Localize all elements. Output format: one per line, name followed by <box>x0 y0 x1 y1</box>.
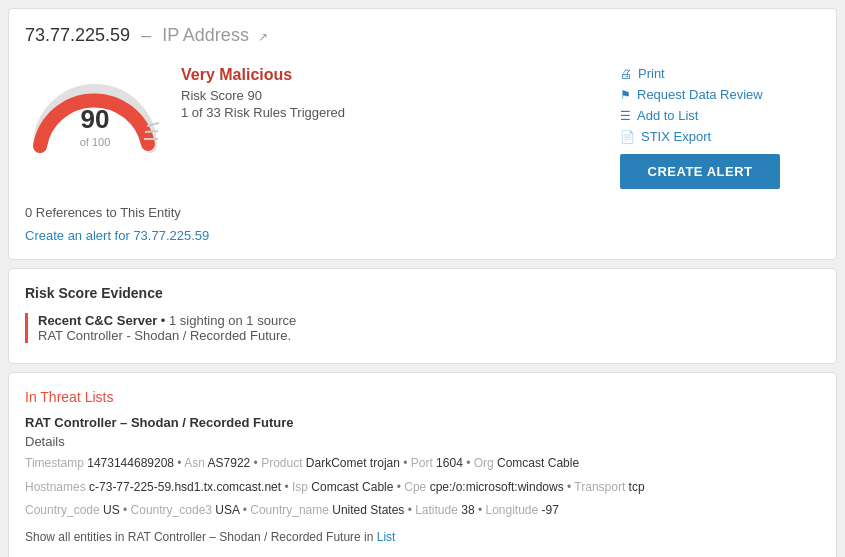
threat-value: USA <box>215 503 239 517</box>
threat-key: Longitude <box>485 503 541 517</box>
threat-value: cpe:/o:microsoft:windows <box>430 480 564 494</box>
evidence-dot: • <box>161 313 169 328</box>
ip-title-row: 73.77.225.59 – IP Address ↗ <box>25 25 820 54</box>
threat-value: 38 <box>461 503 474 517</box>
threat-value: 1473144689208 <box>87 456 174 470</box>
threat-key: Cpe <box>404 480 429 494</box>
threat-data-line: Timestamp 1473144689208 • Asn AS7922 • P… <box>25 453 820 475</box>
threat-value: tcp <box>629 480 645 494</box>
gauge-score: 90 <box>81 104 110 135</box>
stix-export-label: STIX Export <box>641 129 711 144</box>
threat-value: AS7922 <box>208 456 251 470</box>
risk-evidence-title-post: Evidence <box>101 285 162 301</box>
threat-value: Comcast Cable <box>311 480 393 494</box>
add-to-list-label: Add to List <box>637 108 698 123</box>
top-section: 90 of 100 Very Malicious Risk Score 90 1… <box>25 66 820 189</box>
risk-evidence-card: Risk Score Evidence Recent C&C Server • … <box>8 268 837 364</box>
threat-key: Product <box>261 456 306 470</box>
threat-lists-title-pre: In <box>25 389 40 405</box>
document-icon: 📄 <box>620 130 635 144</box>
threat-key: Asn <box>184 456 207 470</box>
ip-type-label: IP Address <box>162 25 249 45</box>
evidence-item: Recent C&C Server • 1 sighting on 1 sour… <box>25 313 820 343</box>
print-icon: 🖨 <box>620 67 632 81</box>
alert-link-row: Create an alert for 73.77.225.59 <box>25 228 820 243</box>
threat-item-rows: Timestamp 1473144689208 • Asn AS7922 • P… <box>25 453 820 522</box>
risk-rules-line: 1 of 33 Risk Rules Triggered <box>181 105 620 120</box>
threat-lists-title-highlight: Threat Lists <box>40 389 113 405</box>
external-link-icon[interactable]: ↗ <box>258 30 268 44</box>
risk-score-line: Risk Score 90 <box>181 88 620 103</box>
threat-item-title: RAT Controller – Shodan / Recorded Futur… <box>25 415 820 430</box>
ip-address: 73.77.225.59 <box>25 25 130 45</box>
threat-value: -97 <box>542 503 559 517</box>
threat-key: Port <box>411 456 436 470</box>
threat-value: US <box>103 503 120 517</box>
references-line: 0 References to This Entity <box>25 205 820 220</box>
request-review-label: Request Data Review <box>637 87 763 102</box>
threat-value: United States <box>332 503 404 517</box>
threat-key: Hostnames <box>25 480 89 494</box>
threat-data-line: Hostnames c-73-77-225-59.hsd1.tx.comcast… <box>25 477 820 499</box>
create-alert-button[interactable]: CREATE ALERT <box>620 154 780 189</box>
risk-gauge: 90 of 100 <box>25 66 165 156</box>
risk-label: Very Malicious <box>181 66 620 84</box>
ip-header-card: 73.77.225.59 – IP Address ↗ 90 of 100 Ve… <box>8 8 837 260</box>
threat-key: Transport <box>574 480 628 494</box>
alert-link-prefix: Create an alert for <box>25 228 133 243</box>
show-all-prefix: Show all entities in RAT Controller – Sh… <box>25 530 377 544</box>
threat-value: 1604 <box>436 456 463 470</box>
threat-lists-title: In Threat Lists <box>25 389 820 405</box>
add-to-list-link[interactable]: ☰ Add to List <box>620 108 698 123</box>
evidence-detail: RAT Controller - Shodan / Recorded Futur… <box>38 328 820 343</box>
alert-link-ip[interactable]: 73.77.225.59 <box>133 228 209 243</box>
actions-panel: 🖨 Print ⚑ Request Data Review ☰ Add to L… <box>620 66 820 189</box>
show-all-link[interactable]: List <box>377 530 396 544</box>
print-link[interactable]: 🖨 Print <box>620 66 665 81</box>
threat-key: Country_name <box>250 503 332 517</box>
separator: – <box>141 25 151 45</box>
risk-info: Very Malicious Risk Score 90 1 of 33 Ris… <box>181 66 620 120</box>
request-review-link[interactable]: ⚑ Request Data Review <box>620 87 763 102</box>
show-all-link-row: Show all entities in RAT Controller – Sh… <box>25 530 820 544</box>
threat-details-label: Details <box>25 434 820 449</box>
threat-value: Comcast Cable <box>497 456 579 470</box>
threat-key: Country_code <box>25 503 103 517</box>
threat-value: c-73-77-225-59.hsd1.tx.comcast.net <box>89 480 281 494</box>
print-label: Print <box>638 66 665 81</box>
threat-key: Latitude <box>415 503 461 517</box>
gauge-of-label: of 100 <box>80 136 111 148</box>
evidence-count: 1 sighting on 1 source <box>169 313 296 328</box>
list-icon: ☰ <box>620 109 631 123</box>
stix-export-link[interactable]: 📄 STIX Export <box>620 129 711 144</box>
threat-key: Country_code3 <box>131 503 216 517</box>
threat-key: Timestamp <box>25 456 87 470</box>
svg-line-1 <box>145 131 158 132</box>
evidence-title: Recent C&C Server <box>38 313 157 328</box>
threat-key: Org <box>474 456 497 470</box>
risk-evidence-title: Risk Score Evidence <box>25 285 820 301</box>
threat-data-line: Country_code US • Country_code3 USA • Co… <box>25 500 820 522</box>
threat-lists-card: In Threat Lists RAT Controller – Shodan … <box>8 372 837 557</box>
risk-evidence-title-pre: Risk Score <box>25 285 101 301</box>
flag-icon: ⚑ <box>620 88 631 102</box>
threat-key: Isp <box>292 480 311 494</box>
evidence-item-title-row: Recent C&C Server • 1 sighting on 1 sour… <box>38 313 820 328</box>
threat-value: DarkComet trojan <box>306 456 400 470</box>
